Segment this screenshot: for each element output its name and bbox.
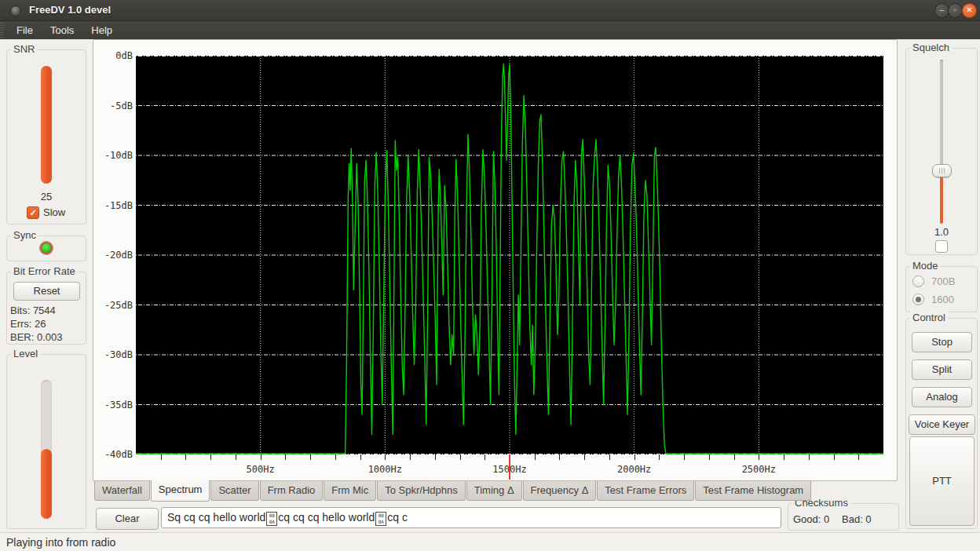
ber-stat: BER: 0.003 (10, 330, 63, 344)
mode-radio-700b[interactable]: 700B (912, 275, 955, 287)
x-tick (335, 454, 336, 460)
control-label: Control (910, 312, 948, 323)
x-tick (634, 454, 635, 460)
squelch-slider-handle[interactable] (932, 164, 952, 177)
mode-label: Mode (910, 260, 941, 272)
tab-frm-radio[interactable]: Frm Radio (260, 481, 324, 501)
x-tick (360, 454, 361, 460)
y-tick-label: -20dB (95, 250, 133, 261)
x-tick (684, 454, 685, 460)
control-char-glyph: 000A (375, 512, 386, 526)
mode-radio-label: 700B (931, 276, 955, 287)
control-group: Control StopSplitAnalogVoice Keyer PTT (905, 318, 978, 529)
y-tick-label: -15dB (95, 200, 133, 211)
snr-group: SNR 25 ✓ Slow (6, 49, 86, 224)
control-button-split[interactable]: Split (912, 359, 972, 380)
x-tick (435, 454, 436, 460)
x-tick (460, 454, 461, 460)
tab-test-frame-histogram[interactable]: Test Frame Histogram (695, 481, 811, 501)
ber-group: Bit Error Rate Reset Bits: 7544Errs: 26B… (6, 272, 86, 345)
x-tick-label: 500Hz (233, 464, 288, 475)
clear-button[interactable]: Clear (96, 508, 159, 530)
y-tick-label: -10dB (95, 150, 133, 161)
rx-frequency-marker (509, 454, 510, 480)
sync-label: Sync (11, 229, 38, 241)
decoded-text-field[interactable]: Sq cq cq hello world000Acq cq cq hello w… (161, 507, 781, 528)
reset-button[interactable]: Reset (13, 282, 80, 301)
tab-spectrum[interactable]: Spectrum (151, 480, 210, 502)
x-tick (185, 454, 186, 460)
x-tick (809, 454, 810, 460)
title-bar[interactable]: FreeDV 1.0 devel – ▫ ✕ (0, 0, 980, 21)
status-bar: Playing into from radio (0, 532, 980, 551)
y-tick-label: -40dB (95, 449, 133, 460)
checksums-group: Checksums Good: 0 Bad: 0 (788, 503, 899, 531)
x-tick (858, 454, 859, 460)
level-gauge (41, 449, 52, 519)
app-icon (10, 5, 21, 16)
squelch-group: Squelch 1.0 (905, 48, 978, 255)
radio-icon (912, 294, 924, 305)
x-tick (759, 454, 759, 460)
x-tick (584, 454, 585, 460)
x-tick (784, 454, 784, 460)
y-tick-label: -30dB (95, 349, 133, 360)
tab-to-spkr-hdphns[interactable]: To Spkr/Hdphns (377, 481, 466, 501)
squelch-value: 1.0 (906, 226, 977, 238)
ber-stats: Bits: 7544Errs: 26BER: 0.003 (10, 304, 63, 344)
squelch-slider-fill (940, 177, 943, 224)
window-title: FreeDV 1.0 devel (29, 4, 111, 16)
x-tick (734, 454, 735, 460)
tab-waterfall[interactable]: Waterfall (94, 481, 150, 501)
x-tick (210, 454, 211, 460)
menu-help[interactable]: Help (82, 23, 121, 38)
x-tick (261, 454, 261, 460)
tab-frequency[interactable]: Frequency Δ (523, 481, 597, 501)
y-tick-label: -25dB (95, 300, 133, 311)
menu-tools[interactable]: Tools (42, 23, 82, 38)
menu-grip-icon (0, 23, 4, 38)
tab-frm-mic[interactable]: Frm Mic (324, 481, 376, 501)
snr-label: SNR (11, 43, 37, 55)
radio-icon (912, 276, 924, 287)
control-button-stop[interactable]: Stop (912, 332, 972, 352)
spectrum-page: 0dB-5dB-10dB-15dB-20dB-25dB-30dB-35dB-40… (93, 39, 898, 481)
close-icon[interactable]: ✕ (962, 3, 977, 18)
control-button-analog[interactable]: Analog (912, 387, 972, 407)
snr-value: 25 (7, 191, 86, 203)
tab-scatter[interactable]: Scatter (210, 481, 258, 501)
ber-stat: Bits: 7544 (10, 304, 63, 317)
maximize-icon[interactable]: ▫ (948, 3, 963, 18)
x-tick (559, 454, 560, 460)
x-tick (659, 454, 660, 460)
snr-slow-label: Slow (43, 206, 65, 218)
y-tick-label: -35dB (95, 400, 133, 411)
ptt-button[interactable]: PTT (909, 436, 975, 526)
level-label: Level (11, 348, 40, 359)
spectrum-trace (136, 56, 883, 454)
x-tick-label: 2500Hz (731, 464, 786, 475)
checksums-bad: Bad: 0 (842, 513, 872, 525)
snr-slow-checkbox[interactable]: ✓ (27, 206, 39, 219)
squelch-checkbox[interactable] (935, 240, 948, 253)
tab-timing[interactable]: Timing Δ (466, 481, 522, 501)
x-tick (285, 454, 286, 460)
ber-label: Bit Error Rate (11, 265, 78, 277)
ber-stat: Errs: 26 (10, 317, 63, 330)
control-button-voice-keyer[interactable]: Voice Keyer (909, 414, 975, 435)
x-tick (485, 454, 485, 460)
x-tick-label: 1000Hz (357, 464, 412, 475)
menu-bar: FileToolsHelp (0, 21, 980, 39)
snr-gauge (41, 66, 52, 184)
y-tick-label: 0dB (95, 50, 133, 61)
level-group: Level (6, 354, 86, 529)
tab-test-frame-errors[interactable]: Test Frame Errors (597, 481, 694, 501)
mode-radio-label: 1600 (931, 294, 954, 305)
x-tick (310, 454, 311, 460)
menu-file[interactable]: File (8, 23, 42, 38)
mode-radio-1600[interactable]: 1600 (912, 293, 954, 305)
sync-group: Sync (6, 235, 86, 261)
x-tick-label: 2000Hz (607, 464, 662, 475)
sync-led-icon (40, 242, 53, 254)
tab-bar: WaterfallSpectrumScatterFrm RadioFrm Mic… (94, 481, 811, 502)
